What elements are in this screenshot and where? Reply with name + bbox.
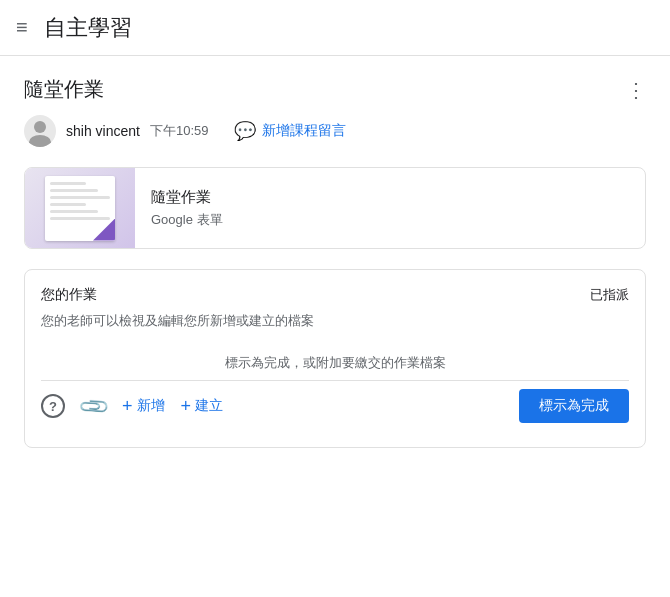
thumb-line-4 xyxy=(50,203,86,206)
header: ≡ 自主學習 xyxy=(0,0,670,56)
help-icon[interactable]: ? xyxy=(41,394,65,418)
your-assignment-header: 您的作業 已指派 xyxy=(41,286,629,304)
plus-icon: + xyxy=(122,396,133,417)
thumb-line-1 xyxy=(50,182,86,185)
your-assignment-section: 您的作業 已指派 您的老師可以檢視及編輯您所新增或建立的檔案 標示為完成，或附加… xyxy=(24,269,646,448)
assignment-card[interactable]: 隨堂作業 Google 表單 xyxy=(24,167,646,249)
post-time: 下午10:59 xyxy=(150,122,209,140)
menu-icon[interactable]: ≡ xyxy=(16,16,28,39)
assigned-badge: 已指派 xyxy=(590,286,629,304)
section-title: 隨堂作業 xyxy=(24,76,104,103)
upload-hint: 標示為完成，或附加要繳交的作業檔案 xyxy=(41,354,629,372)
toolbar-left: ? 📎 + 新增 + 建立 xyxy=(41,394,223,418)
your-assignment-note: 您的老師可以檢視及編輯您所新增或建立的檔案 xyxy=(41,312,629,330)
card-title: 隨堂作業 xyxy=(151,188,223,207)
comment-icon: 💬 xyxy=(234,120,256,142)
card-thumbnail-inner xyxy=(45,176,115,241)
thumb-line-3 xyxy=(50,196,110,199)
mark-done-button[interactable]: 標示為完成 xyxy=(519,389,629,423)
author-row: shih vincent 下午10:59 💬 新增課程留言 xyxy=(24,115,646,147)
author-name: shih vincent xyxy=(66,123,140,139)
card-info: 隨堂作業 Google 表單 xyxy=(135,176,239,241)
bottom-toolbar: ? 📎 + 新增 + 建立 標示為完成 xyxy=(41,380,629,431)
main-content: 隨堂作業 ⋮ shih vincent 下午10:59 💬 新增課程留言 xyxy=(0,56,670,448)
attach-icon[interactable]: 📎 xyxy=(76,389,111,424)
section-header: 隨堂作業 ⋮ xyxy=(24,56,646,115)
comment-label: 新增課程留言 xyxy=(262,122,346,140)
avatar xyxy=(24,115,56,147)
add-label: 新增 xyxy=(137,397,165,415)
thumb-line-5 xyxy=(50,210,98,213)
create-plus-icon: + xyxy=(181,396,192,417)
add-comment-button[interactable]: 💬 新增課程留言 xyxy=(234,120,346,142)
create-label: 建立 xyxy=(195,397,223,415)
add-button[interactable]: + 新增 xyxy=(122,396,165,417)
create-button[interactable]: + 建立 xyxy=(181,396,224,417)
page-title: 自主學習 xyxy=(44,13,132,43)
card-thumbnail-lines xyxy=(45,176,115,230)
more-options-icon[interactable]: ⋮ xyxy=(626,78,646,102)
thumb-line-2 xyxy=(50,189,98,192)
thumb-line-6 xyxy=(50,217,110,220)
card-subtitle: Google 表單 xyxy=(151,211,223,229)
card-thumbnail xyxy=(25,168,135,248)
your-assignment-title: 您的作業 xyxy=(41,286,97,304)
